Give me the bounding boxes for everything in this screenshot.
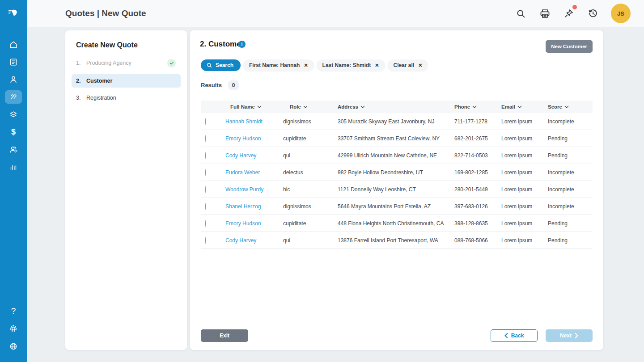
chevron-down-icon [360,105,365,108]
close-icon[interactable]: ✕ [375,63,379,68]
cell-phone: 398-128-8635 [454,220,501,227]
header-cell-address[interactable]: Address [338,104,454,109]
info-icon[interactable]: i [238,41,246,48]
customer-name-link[interactable]: Emory Hudson [225,220,283,227]
help-icon: ? [11,307,16,315]
header-cell-full-name[interactable]: Full Name [225,104,283,109]
row-select-radio[interactable] [205,152,206,159]
cell-phone: 169-802-1285 [454,169,501,176]
topbar: Quotes | New Quote JS [27,0,644,27]
wizard-step-registration[interactable]: 3. Registration [72,91,181,105]
column-label: Phone [454,104,470,109]
bar-chart-icon [8,162,18,172]
history-icon [587,8,599,19]
new-customer-button[interactable]: New Customer [546,40,593,53]
gear-icon [8,324,18,333]
customers-table: Full Name Role Address Phone Email [201,101,593,249]
back-label: Back [511,333,524,339]
next-button[interactable]: Next [546,329,593,342]
table-row: Emory Hudson cupiditate 448 Fiona Height… [201,215,593,232]
sidebar-item-settings[interactable] [5,322,22,335]
cell-phone: 088-768-5066 [454,237,501,244]
sidebar-item-reports[interactable] [5,160,22,173]
sidebar-item-customers[interactable] [5,143,22,156]
chevron-down-icon [472,105,477,108]
customer-name-link[interactable]: Woodrow Purdy [225,186,283,193]
header-cell-score[interactable]: Score [548,104,593,109]
row-select-radio[interactable] [205,118,206,125]
step-complete-badge [167,59,176,67]
step-number: 1. [76,60,86,66]
new-customer-label: New Customer [551,44,587,49]
cell-email: Lorem ipsum [501,135,548,142]
cell-score: Pending [548,237,593,244]
search-icon [206,62,212,68]
header-cell-email[interactable]: Email [501,104,548,109]
wizard-step-producing-agency[interactable]: 1. Producing Agency [72,56,181,70]
clear-all-chip[interactable]: Clear all ✕ [388,59,428,71]
people-icon [8,144,18,154]
wizard-step-customer[interactable]: 2. Customer [72,74,181,88]
sidebar-item-profile[interactable] [5,73,22,86]
pin-button[interactable] [563,7,575,20]
topbar-actions: JS [514,4,631,23]
app-sidebar: $ ? [0,0,27,362]
search-button[interactable] [514,7,527,20]
row-select-radio[interactable] [205,186,206,193]
step-number: 3. [76,95,86,101]
cell-address: 13876 Farrell Island Port Theresaport, W… [338,237,454,244]
row-select-radio[interactable] [205,169,206,176]
quotes-icon [8,92,18,102]
cell-address: 448 Fiona Heights North Christinemouth, … [338,220,454,227]
chevron-right-icon [575,333,578,338]
sidebar-footer-nav: ? [5,304,22,353]
header-cell-phone[interactable]: Phone [454,104,501,109]
sidebar-item-home[interactable] [5,38,22,51]
sidebar-item-language[interactable] [5,340,22,353]
chevron-down-icon [564,105,569,108]
customer-name-link[interactable]: Cody Harvey [225,237,283,244]
chip-label: Clear all [394,62,415,68]
sidebar-item-billing[interactable]: $ [5,125,22,139]
printer-icon [539,8,551,20]
print-button[interactable] [538,7,551,20]
row-select-radio[interactable] [205,237,206,244]
customer-name-link[interactable]: Eudora Weber [225,169,283,176]
header-cell-role[interactable]: Role [283,104,338,109]
table-row: Shanel Herzog dignissimos 5646 Mayra Mou… [201,198,593,215]
cell-phone: 822-714-0503 [454,152,501,159]
history-button[interactable] [587,7,599,20]
chevron-down-icon [517,105,522,108]
close-icon[interactable]: ✕ [418,63,422,68]
app-logo[interactable] [0,0,27,27]
cell-address: 982 Boyle Hollow Deondreshire, UT [338,169,454,176]
sidebar-item-quotes[interactable] [5,90,22,104]
cell-score: Pending [548,220,593,227]
wizard-panel: Create New Quote 1. Producing Agency 2. … [65,30,187,350]
cell-phone: 280-201-5449 [454,186,501,193]
row-select-radio[interactable] [205,203,206,210]
search-filter-row: Search First Name: Hannah ✕ Last Name: S… [201,59,428,71]
cell-score: Pending [548,152,593,159]
table-row: Hannah Shmidt dignissimos 305 Murazik Sk… [201,113,593,130]
table-search-button[interactable]: Search [201,59,241,71]
filter-chip-first-name[interactable]: First Name: Hannah ✕ [243,59,314,71]
chevron-left-icon [504,333,508,338]
customer-name-link[interactable]: Hannah Shmidt [225,118,283,125]
exit-button[interactable]: Exit [201,329,248,342]
close-icon[interactable]: ✕ [304,63,308,68]
sidebar-item-layers[interactable] [5,108,22,121]
footer-divider [190,322,603,322]
table-row: Cody Harvey qui 42999 Ullrich Mountain N… [201,147,593,164]
filter-chip-last-name[interactable]: Last Name: Shmidt ✕ [317,59,385,71]
sidebar-item-documents[interactable] [5,55,22,69]
dollar-icon: $ [11,128,16,136]
back-button[interactable]: Back [491,329,538,342]
row-select-radio[interactable] [205,135,206,142]
row-select-radio[interactable] [205,220,206,227]
customer-name-link[interactable]: Shanel Herzog [225,203,283,210]
customer-name-link[interactable]: Emory Hudson [225,135,283,142]
customer-name-link[interactable]: Cody Harvey [225,152,283,159]
sidebar-item-help[interactable]: ? [5,304,22,317]
avatar[interactable]: JS [611,4,631,23]
